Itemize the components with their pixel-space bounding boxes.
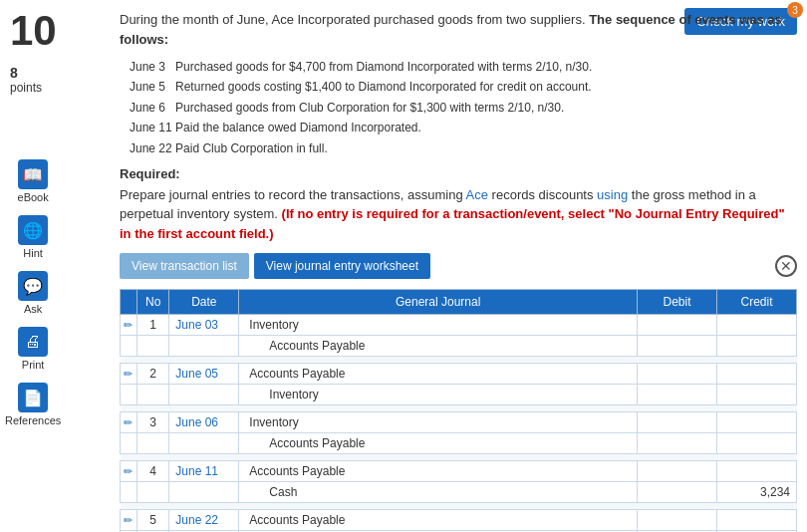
row-account-2b[interactable]: Inventory [239,385,638,405]
sidebar-item-references[interactable]: 📄 References [5,383,61,426]
problem-number: 10 [10,10,57,52]
event-4: June 11 Paid the balance owed Diamond In… [130,118,797,137]
row-no-4b [137,482,169,503]
sidebar-item-ask[interactable]: 💬 Ask [18,271,48,315]
table-row: ✏ 1 June 03 Inventory [121,315,797,336]
row-debit-2a[interactable] [638,364,717,385]
row-account-1b[interactable]: Accounts Payable [239,336,638,357]
row-credit-1b[interactable] [717,336,797,357]
row-credit-5a[interactable] [717,510,797,531]
row-account-5a[interactable]: Accounts Payable [239,510,638,531]
sidebar-references-label: References [5,414,61,426]
header-general-journal: General Journal [239,290,638,315]
row-date-2: June 05 [169,364,239,385]
view-journal-entry-worksheet-button[interactable]: View journal entry worksheet [254,253,430,279]
table-row: ✏ 3 June 06 Inventory [121,412,797,433]
points-value: 8 [10,65,42,81]
header-edit [121,290,137,315]
row-no-3b [137,433,169,454]
sidebar-item-print[interactable]: 🖨 Print [18,327,48,371]
table-row: Cash 3,234 [121,482,797,503]
row-credit-2a[interactable] [717,364,797,385]
row-credit-4a[interactable] [717,461,797,482]
view-transaction-list-button[interactable]: View transaction list [120,253,249,279]
print-icon: 🖨 [18,327,48,357]
row-account-4a[interactable]: Accounts Payable [239,461,638,482]
edit-icon-3[interactable]: ✏ [124,416,133,428]
event-2: June 5 Returned goods costing $1,400 to … [130,77,797,97]
close-button[interactable]: ✕ [775,255,797,277]
row-debit-4a[interactable] [638,461,717,482]
row-debit-3b[interactable] [638,433,717,454]
sidebar-item-hint[interactable]: 🌐 Hint [18,215,48,259]
row-date-3b [169,433,239,454]
table-row: Accounts Payable [121,433,797,454]
required-label: Required: [120,166,797,181]
header-date: Date [169,290,239,315]
sidebar-ebook-label: eBook [18,191,49,203]
edit-icon-4[interactable]: ✏ [124,465,133,477]
sidebar-hint-label: Hint [23,247,43,259]
row-credit-4b[interactable]: 3,234 [717,482,797,503]
journal-table: No Date General Journal Debit Credit ✏ 1… [120,289,797,532]
sidebar-item-ebook[interactable]: 📖 eBook [18,159,49,203]
edit-icon-5[interactable]: ✏ [124,514,133,526]
sidebar-print-label: Print [22,359,45,371]
intro-text: During the month of June, Ace Incorporat… [120,10,797,49]
row-no-2b [137,385,169,405]
table-row: Inventory [121,385,797,405]
points-area: 8 points [10,65,42,95]
references-icon: 📄 [18,383,48,412]
row-account-1a[interactable]: Inventory [239,315,638,336]
row-date-5: June 22 [169,510,239,531]
row-account-2a[interactable]: Accounts Payable [239,364,638,385]
row-no-4: 4 [137,461,169,482]
row-debit-5a[interactable] [638,510,717,531]
row-no-5: 5 [137,510,169,531]
table-row: ✏ 2 June 05 Accounts Payable [121,364,797,385]
row-credit-1a[interactable] [717,315,797,336]
row-debit-1b[interactable] [638,336,717,357]
event-5: June 22 Paid Club Corporation in full. [130,138,797,158]
row-date-3: June 06 [169,412,239,433]
row-account-3a[interactable]: Inventory [239,412,638,433]
events-list: June 3 Purchased goods for $4,700 from D… [130,57,797,158]
button-row: View transaction list View journal entry… [120,253,797,279]
row-credit-3b[interactable] [717,433,797,454]
row-credit-2b[interactable] [717,385,797,405]
row-debit-3a[interactable] [638,412,717,433]
header-no: No [137,290,169,315]
sidebar-ask-label: Ask [24,303,42,315]
row-debit-2b[interactable] [638,385,717,405]
row-date-4: June 11 [169,461,239,482]
table-row: ✏ 5 June 22 Accounts Payable [121,510,797,531]
ask-icon: 💬 [18,271,48,301]
points-label: points [10,81,42,95]
edit-icon-2[interactable]: ✏ [124,368,133,380]
instruction-text: Prepare journal entries to record the tr… [120,185,797,244]
edit-icon-1[interactable]: ✏ [124,319,133,331]
header-credit: Credit [717,290,797,315]
row-debit-1a[interactable] [638,315,717,336]
row-account-4b[interactable]: Cash [239,482,638,503]
hint-icon: 🌐 [18,215,48,245]
row-no-2: 2 [137,364,169,385]
row-no-1: 1 [137,315,169,336]
row-debit-4b[interactable] [638,482,717,503]
header-debit: Debit [638,290,717,315]
row-no-1b [137,336,169,357]
table-row: Accounts Payable [121,336,797,357]
row-date-4b [169,482,239,503]
event-1: June 3 Purchased goods for $4,700 from D… [130,57,797,77]
event-3: June 6 Purchased goods from Club Corpora… [130,98,797,118]
row-date-2b [169,385,239,405]
row-date-1b [169,336,239,357]
row-no-3: 3 [137,412,169,433]
row-credit-3a[interactable] [717,412,797,433]
ebook-icon: 📖 [18,159,48,189]
main-content: During the month of June, Ace Incorporat… [120,10,797,522]
table-row: ✏ 4 June 11 Accounts Payable [121,461,797,482]
row-date-1: June 03 [169,315,239,336]
row-account-3b[interactable]: Accounts Payable [239,433,638,454]
